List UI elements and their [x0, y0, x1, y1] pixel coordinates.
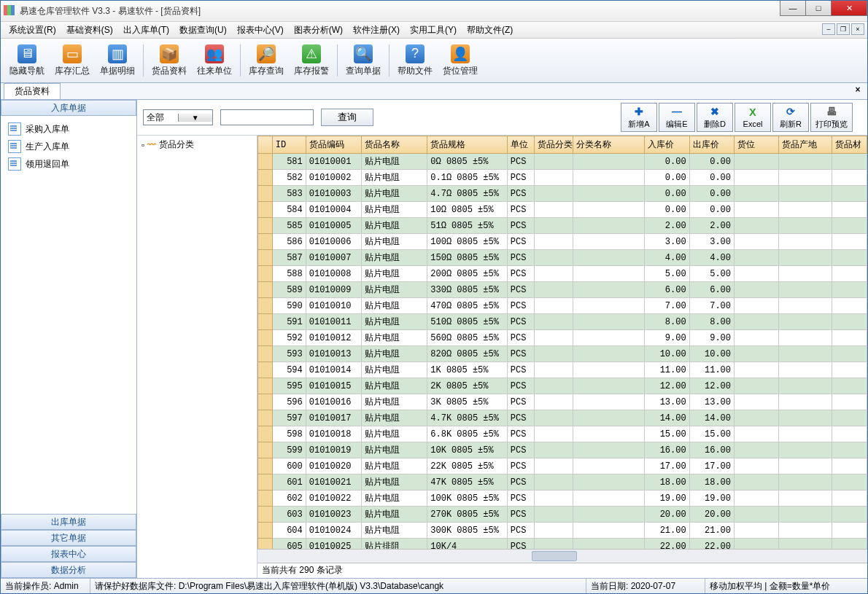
search-input[interactable] — [220, 109, 314, 125]
table-row[interactable]: 58301010003贴片电阻4.7Ω 0805 ±5%PCS0.000.00 — [258, 186, 867, 202]
table-row[interactable]: 59401010014贴片电阻1K 0805 ±5%PCS11.0011.00 — [258, 362, 867, 378]
column-header[interactable]: 货品产地 — [779, 136, 832, 154]
menu-item[interactable]: 出入库单(T) — [118, 23, 174, 38]
menu-bar: 系统设置(R)基础资料(S)出入库单(T)数据查询(U)报表中心(V)图表分析(… — [1, 22, 867, 39]
column-header[interactable]: ID — [272, 136, 306, 154]
column-header[interactable]: 单位 — [507, 136, 534, 154]
toolbar-button[interactable]: ▭库存汇总 — [50, 43, 94, 79]
table-row[interactable]: 60001010020贴片电阻22K 0805 ±5%PCS17.0017.00 — [258, 458, 867, 474]
tab-close-button[interactable]: × — [853, 85, 863, 95]
menu-item[interactable]: 帮助文件(Z) — [462, 23, 518, 38]
table-row[interactable]: 58701010007贴片电阻150Ω 0805 ±5%PCS4.004.00 — [258, 250, 867, 266]
column-header[interactable]: 货品编码 — [306, 136, 362, 154]
status-algo: 移动加权平均 | 金额=数量*单价 — [705, 579, 867, 593]
menu-item[interactable]: 报表中心(V) — [232, 23, 289, 38]
table-row[interactable]: 59501010015贴片电阻2K 0805 ±5%PCS12.0012.00 — [258, 378, 867, 394]
table-row[interactable]: 58801010008贴片电阻200Ω 0805 ±5%PCS5.005.00 — [258, 266, 867, 282]
cell: 0.00 — [689, 202, 734, 218]
horizontal-scrollbar[interactable] — [257, 549, 867, 563]
table-row[interactable]: 59701010017贴片电阻4.7K 0805 ±5%PCS14.0014.0… — [258, 410, 867, 426]
table-row[interactable]: 59101010011贴片电阻510Ω 0805 ±5%PCS8.008.00 — [258, 314, 867, 330]
column-header[interactable]: 货品分类 — [535, 136, 573, 154]
toolbar-label: 库存报警 — [294, 65, 329, 77]
toolbar-button[interactable]: 👥往来单位 — [193, 43, 236, 79]
cell: 510Ω 0805 ±5% — [427, 314, 508, 330]
menu-item[interactable]: 数据查询(U) — [174, 23, 232, 38]
scrollbar-thumb[interactable] — [532, 551, 577, 561]
action-button[interactable]: —编辑E — [659, 103, 695, 132]
column-header[interactable]: 货品名称 — [362, 136, 427, 154]
toolbar-button[interactable]: 🖥隐藏导航 — [5, 43, 49, 79]
cell: 4.7Ω 0805 ±5% — [427, 186, 508, 202]
data-grid[interactable]: ID货品编码货品名称货品规格单位货品分类分类名称入库价出库价货位货品产地货品材5… — [257, 136, 867, 549]
cell: PCS — [507, 202, 534, 218]
cell: 585 — [272, 218, 306, 234]
document-tab[interactable]: 货品资料 — [4, 83, 61, 99]
accordion-header[interactable]: 报表中心 — [1, 546, 136, 562]
table-row[interactable]: 59001010010贴片电阻470Ω 0805 ±5%PCS7.007.00 — [258, 298, 867, 314]
table-row[interactable]: 60501010025贴片排阻10K/4PCS22.0022.00 — [258, 539, 867, 550]
cell — [779, 314, 832, 330]
cell: 贴片排阻 — [362, 539, 427, 550]
table-row[interactable]: 60101010021贴片电阻47K 0805 ±5%PCS18.0018.00 — [258, 474, 867, 491]
table-row[interactable]: 58901010009贴片电阻330Ω 0805 ±5%PCS6.006.00 — [258, 282, 867, 298]
column-header[interactable]: 出库价 — [689, 136, 734, 154]
tree-root[interactable]: ▫ 〰 货品分类 — [142, 138, 252, 151]
action-button[interactable]: ✖删除D — [697, 103, 733, 132]
table-row[interactable]: 58401010004贴片电阻10Ω 0805 ±5%PCS0.000.00 — [258, 202, 867, 218]
category-tree[interactable]: ▫ 〰 货品分类 — [137, 136, 257, 578]
accordion-header[interactable]: 入库单据 — [1, 100, 136, 116]
table-row[interactable]: 58501010005贴片电阻51Ω 0805 ±5%PCS2.002.00 — [258, 218, 867, 234]
minimize-button[interactable]: — — [780, 1, 806, 16]
nav-item[interactable]: 生产入库单 — [4, 138, 133, 155]
toolbar-button[interactable]: 🔍查询单据 — [341, 43, 385, 79]
table-row[interactable]: 59301010013贴片电阻820Ω 0805 ±5%PCS10.0010.0… — [258, 346, 867, 362]
accordion-header[interactable]: 数据分析 — [1, 562, 136, 578]
toolbar-button[interactable]: ?帮助文件 — [393, 43, 437, 79]
menu-item[interactable]: 基础资料(S) — [61, 23, 118, 38]
mdi-restore-button[interactable]: ❐ — [837, 23, 850, 35]
table-row[interactable]: 60301010023贴片电阻270K 0805 ±5%PCS20.0020.0… — [258, 507, 867, 523]
action-button[interactable]: ✚新增A — [621, 103, 657, 132]
toolbar-button[interactable]: ⚠库存报警 — [290, 43, 333, 79]
table-row[interactable]: 59801010018贴片电阻6.8K 0805 ±5%PCS15.0015.0… — [258, 426, 867, 442]
maximize-button[interactable]: □ — [805, 1, 832, 16]
column-header[interactable]: 分类名称 — [573, 136, 645, 154]
category-combo[interactable]: 全部 ▼ — [143, 109, 213, 125]
table-row[interactable]: 59901010019贴片电阻10K 0805 ±5%PCS16.0016.00 — [258, 442, 867, 458]
nav-item[interactable]: 领用退回单 — [4, 155, 133, 173]
table-row[interactable]: 60401010024贴片电阻300K 0805 ±5%PCS21.0021.0… — [258, 523, 867, 539]
accordion-header[interactable]: 其它单据 — [1, 530, 136, 546]
column-header[interactable] — [258, 136, 273, 154]
column-header[interactable]: 入库价 — [645, 136, 689, 154]
column-header[interactable]: 货位 — [735, 136, 779, 154]
menu-item[interactable]: 软件注册(X) — [348, 23, 405, 38]
menu-item[interactable]: 实用工具(Y) — [405, 23, 462, 38]
action-button[interactable]: ⟳刷新R — [772, 103, 809, 132]
table-row[interactable]: 58101010001贴片电阻0Ω 0805 ±5%PCS0.000.00 — [258, 154, 867, 170]
close-button[interactable]: ✕ — [831, 1, 867, 16]
action-button[interactable]: XExcel — [735, 103, 771, 132]
table-row[interactable]: 59201010012贴片电阻560Ω 0805 ±5%PCS9.009.00 — [258, 330, 867, 346]
accordion-header[interactable]: 出库单据 — [1, 514, 136, 530]
table-row[interactable]: 59601010016贴片电阻3K 0805 ±5%PCS13.0013.00 — [258, 394, 867, 410]
grid-scroll[interactable]: ID货品编码货品名称货品规格单位货品分类分类名称入库价出库价货位货品产地货品材5… — [257, 136, 867, 549]
mdi-close-button[interactable]: × — [851, 23, 864, 35]
toolbar-button[interactable]: 🔎库存查询 — [244, 43, 288, 79]
toolbar-button[interactable]: 👤货位管理 — [438, 43, 482, 79]
table-row[interactable]: 58201010002贴片电阻0.1Ω 0805 ±5%PCS0.000.00 — [258, 170, 867, 186]
toolbar-button[interactable]: ▥单据明细 — [96, 43, 139, 79]
mdi-minimize-button[interactable]: – — [822, 23, 835, 35]
menu-item[interactable]: 图表分析(W) — [289, 23, 348, 38]
table-row[interactable]: 60201010022贴片电阻100K 0805 ±5%PCS19.0019.0… — [258, 491, 867, 507]
action-button[interactable]: 🖶打印预览 — [810, 103, 853, 132]
nav-item[interactable]: 采购入库单 — [4, 120, 133, 138]
menu-item[interactable]: 系统设置(R) — [4, 23, 61, 38]
cell — [258, 282, 273, 298]
column-header[interactable]: 货品规格 — [427, 136, 508, 154]
toolbar-button[interactable]: 📦货品资料 — [147, 43, 191, 79]
search-button[interactable]: 查询 — [321, 109, 373, 126]
column-header[interactable]: 货品材 — [832, 136, 867, 154]
table-row[interactable]: 58601010006贴片电阻100Ω 0805 ±5%PCS3.003.00 — [258, 234, 867, 250]
cell: 589 — [272, 282, 306, 298]
